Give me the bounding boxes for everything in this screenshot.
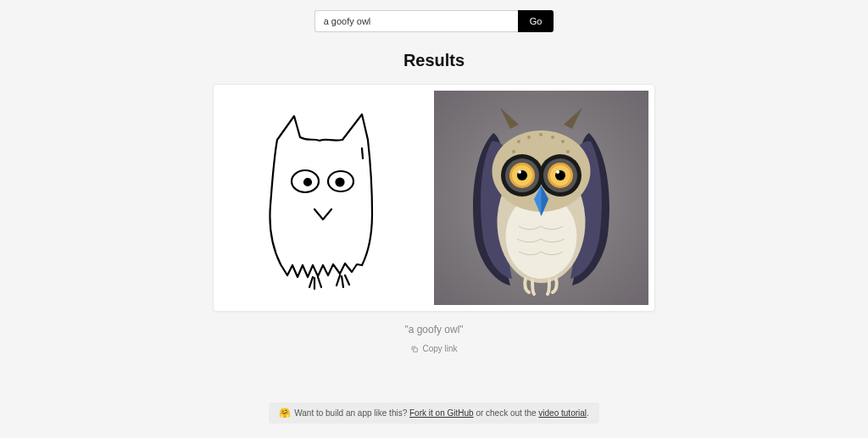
owl-render-image xyxy=(434,91,648,305)
footer-prefix: Want to build an app like this? xyxy=(294,408,409,418)
svg-point-25 xyxy=(556,170,559,174)
svg-point-1 xyxy=(304,179,311,186)
huggingface-icon: 🤗 xyxy=(279,408,291,419)
sketch-panel xyxy=(220,91,434,305)
search-input[interactable] xyxy=(314,10,518,32)
copy-link-label: Copy link xyxy=(422,344,457,353)
svg-point-8 xyxy=(527,136,531,139)
copy-link-button[interactable]: Copy link xyxy=(410,344,457,353)
svg-rect-26 xyxy=(414,347,418,352)
svg-point-7 xyxy=(517,140,520,143)
video-tutorial-link[interactable]: video tutorial xyxy=(538,408,587,418)
owl-sketch-image xyxy=(220,91,434,305)
svg-point-12 xyxy=(512,150,515,153)
search-bar: Go xyxy=(314,10,554,32)
footer-suffix: . xyxy=(587,408,589,418)
svg-point-24 xyxy=(518,170,521,174)
svg-point-9 xyxy=(539,133,542,136)
footer-middle: or check out the xyxy=(474,408,539,418)
footer-text: Want to build an app like this? Fork it … xyxy=(294,408,589,418)
footer-banner: 🤗 Want to build an app like this? Fork i… xyxy=(269,402,599,424)
go-button[interactable]: Go xyxy=(518,10,554,32)
svg-point-13 xyxy=(566,150,570,153)
result-caption: "a goofy owl" xyxy=(404,324,463,335)
results-card xyxy=(213,84,655,312)
results-title: Results xyxy=(403,51,465,70)
fork-github-link[interactable]: Fork it on GitHub xyxy=(409,408,474,418)
svg-point-11 xyxy=(561,140,565,143)
svg-point-3 xyxy=(337,179,344,186)
render-panel xyxy=(434,91,648,305)
svg-point-10 xyxy=(551,136,554,139)
copy-icon xyxy=(410,345,419,353)
